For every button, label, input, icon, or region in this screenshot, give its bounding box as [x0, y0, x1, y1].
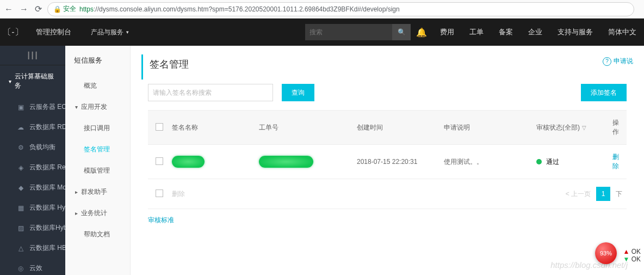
- console-link[interactable]: 管理控制台: [26, 19, 81, 46]
- sidebar-section-cloud[interactable]: ▾云计算基础服务: [0, 65, 65, 97]
- row-checkbox[interactable]: [156, 157, 163, 165]
- sidebar-item-6[interactable]: ▨云数据库HybridDB fo...: [0, 218, 65, 238]
- address-bar[interactable]: 🔒 安全 https://dysms.console.aliyun.com/dy…: [47, 2, 634, 16]
- subnav-item-1[interactable]: ▾应用开发: [65, 96, 130, 118]
- signature-search-input[interactable]: [148, 84, 273, 101]
- query-button[interactable]: 查询: [282, 84, 314, 101]
- table-footer: 删除 < 上一页 1 下: [148, 179, 627, 209]
- status-dot-icon: [536, 159, 542, 164]
- redacted-signature-name: [172, 156, 205, 168]
- sidebar-item-2[interactable]: ⚙负载均衡: [0, 137, 65, 157]
- cell-status: 通过: [533, 157, 609, 167]
- service-icon: ▣: [16, 103, 25, 111]
- content-area: 签名管理 申请说 查询 添加签名 签名名称 工单号 创建时间 申请说明 审核状态…: [131, 46, 644, 275]
- service-icon: ▦: [16, 204, 25, 212]
- top-link-5[interactable]: 简体中文: [600, 19, 644, 46]
- forward-icon[interactable]: →: [20, 4, 28, 14]
- sidebar-item-7[interactable]: △云数据库 HBase 版: [0, 238, 65, 258]
- top-link-3[interactable]: 企业: [521, 19, 550, 46]
- subnav-item-3[interactable]: 签名管理: [65, 139, 130, 160]
- col-op: 操作: [609, 118, 622, 137]
- chevron-icon: ▾: [75, 104, 78, 110]
- footer-checkbox[interactable]: [156, 190, 163, 197]
- subnav-item-6[interactable]: ▸业务统计: [65, 203, 130, 224]
- sidebar-collapse-icon[interactable]: ┃┃┃: [0, 46, 65, 65]
- subnav-item-0[interactable]: 概览: [65, 75, 130, 96]
- page-title: 签名管理: [141, 54, 633, 80]
- table-row: 2018-07-15 22:20:31 使用测试。。 通过 删除: [148, 145, 627, 179]
- cell-desc: 使用测试。。: [441, 157, 533, 167]
- status-ticks: ▲ OK ▼ OK: [623, 248, 641, 263]
- service-icon: ⚙: [16, 144, 25, 151]
- sidebar-item-4[interactable]: ◆云数据库 MongoDB 版: [0, 178, 65, 198]
- col-name: 签名名称: [169, 123, 256, 132]
- cell-time: 2018-07-15 22:20:31: [354, 158, 441, 166]
- add-signature-button[interactable]: 添加签名: [581, 84, 627, 101]
- chevron-icon: ▸: [75, 189, 78, 195]
- pager-prev: < 上一页: [566, 190, 591, 199]
- redacted-ticket-id: [259, 156, 313, 168]
- chevron-down-icon: ▾: [126, 29, 129, 35]
- service-icon: ◈: [16, 164, 25, 172]
- brand-logo-icon[interactable]: 〔-〕: [0, 19, 26, 46]
- col-ticket: 工单号: [256, 123, 354, 132]
- top-link-4[interactable]: 支持与服务: [550, 19, 600, 46]
- top-link-0[interactable]: 费用: [432, 19, 462, 46]
- col-time: 创建时间: [354, 123, 441, 132]
- progress-badge: 93%: [595, 242, 617, 264]
- sidebar-item-3[interactable]: ◈云数据库 Redis 版: [0, 157, 65, 178]
- signatures-table: 签名名称 工单号 创建时间 申请说明 审核状态(全部)▽ 操作 2018-07-…: [148, 110, 627, 209]
- select-all-checkbox[interactable]: [156, 123, 163, 131]
- subnav-item-7[interactable]: 帮助文档: [65, 224, 130, 245]
- products-dropdown[interactable]: 产品与服务▾: [81, 19, 139, 46]
- url-text: https://dysms.console.aliyun.com/dysms.h…: [79, 5, 400, 13]
- bell-icon[interactable]: 🔔: [411, 19, 432, 46]
- pager-next[interactable]: 下: [616, 190, 622, 199]
- service-icon: ◎: [16, 265, 25, 272]
- col-status[interactable]: 审核状态(全部)▽: [533, 123, 609, 132]
- service-icon: ◆: [16, 184, 25, 192]
- top-link-1[interactable]: 工单: [462, 19, 491, 46]
- subnav-item-4[interactable]: 模版管理: [65, 160, 130, 181]
- chevron-icon: ▸: [75, 210, 78, 216]
- sidebar-primary: ┃┃┃ ▾云计算基础服务 ▣云服务器 ECS☁云数据库 RDS 版⚙负载均衡◈云…: [0, 46, 65, 275]
- pagination: < 上一页 1 下: [566, 187, 622, 201]
- bulk-delete-button: 删除: [169, 190, 188, 199]
- delete-link[interactable]: 删除: [612, 153, 619, 170]
- reload-icon[interactable]: ⟳: [35, 4, 42, 14]
- pager-current[interactable]: 1: [596, 187, 610, 201]
- filter-icon[interactable]: ▽: [582, 125, 586, 131]
- service-icon: ☁: [16, 124, 25, 131]
- help-link[interactable]: 申请说: [603, 57, 633, 66]
- service-icon: △: [16, 245, 25, 252]
- lock-icon: 🔒 安全: [53, 4, 76, 14]
- search-button[interactable]: 🔍: [392, 24, 411, 40]
- top-nav: 〔-〕 管理控制台 产品与服务▾ 🔍 🔔 费用工单备案企业支持与服务简体中文: [0, 19, 644, 46]
- global-search-input[interactable]: [305, 24, 392, 40]
- chevron-down-icon: ▾: [9, 78, 11, 84]
- sidebar-item-8[interactable]: ◎云效: [0, 258, 65, 275]
- sidebar-item-1[interactable]: ☁云数据库 RDS 版: [0, 117, 65, 137]
- subnav-item-2[interactable]: 接口调用: [65, 118, 130, 139]
- service-icon: ▨: [16, 224, 25, 232]
- top-link-2[interactable]: 备案: [491, 19, 521, 46]
- table-header-row: 签名名称 工单号 创建时间 申请说明 审核状态(全部)▽ 操作: [148, 110, 627, 145]
- sidebar-item-0[interactable]: ▣云服务器 ECS: [0, 97, 65, 117]
- subnav-item-5[interactable]: ▸群发助手: [65, 181, 130, 203]
- sidebar-title: 短信服务: [65, 46, 130, 75]
- sidebar-secondary: 短信服务 概览▾应用开发接口调用签名管理模版管理▸群发助手▸业务统计帮助文档: [65, 46, 131, 275]
- audit-standards-link[interactable]: 审核标准: [148, 216, 627, 225]
- sidebar-item-5[interactable]: ▦云数据库 HybridDB f...: [0, 198, 65, 218]
- col-desc: 申请说明: [441, 123, 533, 132]
- back-icon[interactable]: ←: [4, 4, 13, 14]
- browser-toolbar: ← → ⟳ 🔒 安全 https://dysms.console.aliyun.…: [0, 0, 644, 19]
